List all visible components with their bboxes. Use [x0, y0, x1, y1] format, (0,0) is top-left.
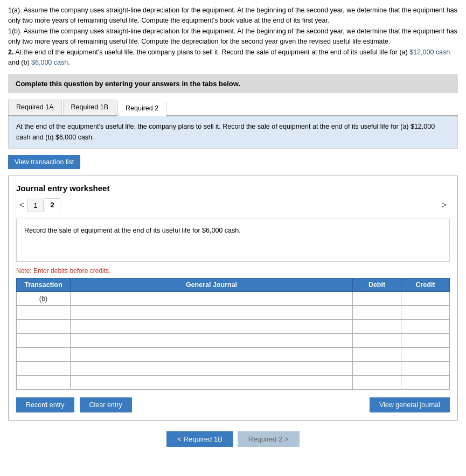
row-1-label: (b): [17, 292, 71, 306]
col-credit: Credit: [401, 278, 450, 292]
row-2-journal-input[interactable]: [71, 306, 352, 319]
row-7-credit[interactable]: [401, 376, 450, 390]
row-3-debit-input[interactable]: [353, 320, 401, 333]
page-1[interactable]: 1: [27, 199, 43, 212]
problem-text: 1(a). Assume the company uses straight-l…: [8, 5, 458, 68]
journal-worksheet-box: Journal entry worksheet < 1 2 > Record t…: [8, 176, 458, 421]
row-1-credit-input[interactable]: [401, 292, 449, 305]
tab-1a-label: Required 1A: [16, 103, 54, 111]
row-5-label: [17, 348, 71, 362]
row-7-debit[interactable]: [353, 376, 401, 390]
row-6-credit[interactable]: [401, 362, 450, 376]
table-row: [17, 306, 450, 320]
tab-2-label: Required 2: [126, 104, 158, 112]
record-entry-button[interactable]: Record entry: [16, 397, 74, 412]
prev-required-button[interactable]: < Required 1B: [166, 431, 233, 447]
clear-entry-button[interactable]: Clear entry: [80, 397, 132, 412]
row-2-debit[interactable]: [353, 306, 401, 320]
row-5-journal[interactable]: [71, 348, 353, 362]
row-3-credit-input[interactable]: [401, 320, 449, 333]
complete-instruction-box: Complete this question by entering your …: [8, 74, 458, 93]
bottom-buttons: Record entry Clear entry View general jo…: [16, 397, 450, 412]
nav-bottom: < Required 1B Required 2 >: [8, 431, 458, 447]
journal-table: Transaction General Journal Debit Credit…: [16, 278, 450, 390]
row-3-label: [17, 320, 71, 334]
row-5-debit-input[interactable]: [353, 348, 401, 361]
row-2-credit-input[interactable]: [401, 306, 449, 319]
row-6-journal[interactable]: [71, 362, 353, 376]
row-4-debit[interactable]: [353, 334, 401, 348]
worksheet-title: Journal entry worksheet: [16, 184, 450, 193]
view-general-journal-button[interactable]: View general journal: [370, 397, 450, 412]
row-7-label: [17, 376, 71, 390]
page-nav: < 1 2 >: [16, 198, 450, 212]
tab-1b-label: Required 1B: [71, 103, 109, 111]
tab-required-1b[interactable]: Required 1B: [63, 100, 117, 115]
row-7-debit-input[interactable]: [353, 376, 401, 389]
instruction-text: Record the sale of equipment at the end …: [24, 227, 241, 234]
tabs-row: Required 1A Required 1B Required 2: [8, 100, 458, 116]
page-2[interactable]: 2: [45, 198, 60, 212]
row-3-journal[interactable]: [71, 320, 353, 334]
row-4-journal[interactable]: [71, 334, 353, 348]
part-1a: 1(a). Assume the company uses straight-l…: [8, 5, 458, 26]
row-6-credit-input[interactable]: [401, 362, 449, 375]
row-1-journal-input[interactable]: [71, 292, 352, 305]
row-6-journal-input[interactable]: [71, 362, 352, 375]
row-1-journal[interactable]: [71, 292, 353, 306]
row-5-debit[interactable]: [353, 348, 401, 362]
table-row: [17, 362, 450, 376]
row-4-label: [17, 334, 71, 348]
next-page-arrow[interactable]: >: [439, 199, 450, 211]
table-row: [17, 320, 450, 334]
row-3-debit[interactable]: [353, 320, 401, 334]
row-7-journal-input[interactable]: [71, 376, 352, 389]
tab-required-1a[interactable]: Required 1A: [8, 100, 62, 115]
table-row: [17, 376, 450, 390]
row-3-journal-input[interactable]: [71, 320, 352, 333]
row-5-journal-input[interactable]: [71, 348, 352, 361]
row-4-credit[interactable]: [401, 334, 450, 348]
row-7-journal[interactable]: [71, 376, 353, 390]
row-5-credit-input[interactable]: [401, 348, 449, 361]
view-transaction-button[interactable]: View transaction list: [8, 155, 80, 169]
part-1b: 1(b). Assume the company uses straight-l…: [8, 26, 458, 47]
table-row: (b): [17, 292, 450, 306]
row-6-debit-input[interactable]: [353, 362, 401, 375]
row-7-credit-input[interactable]: [401, 376, 449, 389]
complete-instruction-text: Complete this question by entering your …: [16, 80, 240, 88]
row-2-label: [17, 306, 71, 320]
table-row: [17, 334, 450, 348]
row-4-credit-input[interactable]: [401, 334, 449, 347]
row-5-credit[interactable]: [401, 348, 450, 362]
row-6-label: [17, 362, 71, 376]
prev-page-arrow[interactable]: <: [16, 199, 27, 211]
row-4-debit-input[interactable]: [353, 334, 401, 347]
table-row: [17, 348, 450, 362]
row-2-journal[interactable]: [71, 306, 353, 320]
row-2-debit-input[interactable]: [353, 306, 401, 319]
col-general-journal: General Journal: [71, 278, 353, 292]
tab-content: At the end of the equipment's useful lif…: [8, 116, 458, 149]
tab-content-text: At the end of the equipment's useful lif…: [16, 123, 435, 141]
part-2: 2. At the end of the equipment's useful …: [8, 47, 458, 68]
note-text: Note: Enter debits before credits.: [16, 267, 450, 275]
col-transaction: Transaction: [17, 278, 71, 292]
row-6-debit[interactable]: [353, 362, 401, 376]
col-debit: Debit: [353, 278, 401, 292]
row-4-journal-input[interactable]: [71, 334, 352, 347]
row-1-debit-input[interactable]: [353, 292, 401, 305]
next-required-button[interactable]: Required 2 >: [238, 431, 300, 447]
row-2-credit[interactable]: [401, 306, 450, 320]
tab-required-2[interactable]: Required 2: [117, 101, 166, 116]
row-1-credit[interactable]: [401, 292, 450, 306]
row-1-debit[interactable]: [353, 292, 401, 306]
instruction-box: Record the sale of equipment at the end …: [16, 219, 450, 262]
row-3-credit[interactable]: [401, 320, 450, 334]
